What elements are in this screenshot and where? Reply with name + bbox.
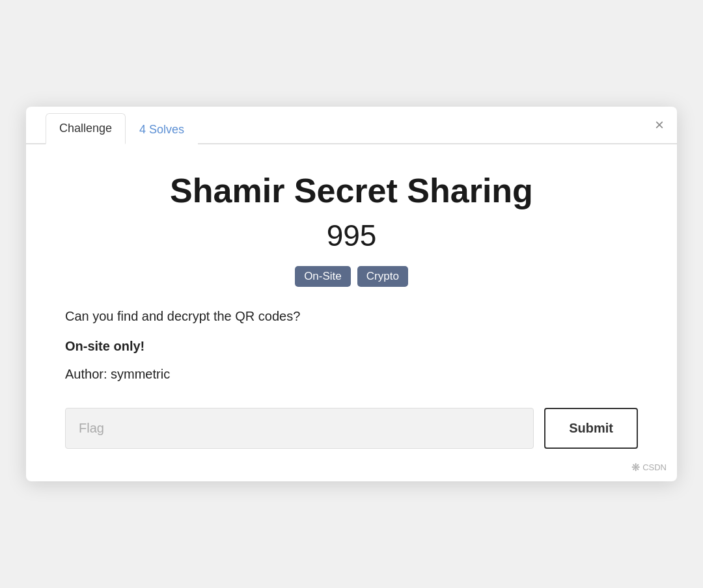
challenge-title: Shamir Secret Sharing — [65, 170, 638, 211]
watermark-text: CSDN — [642, 462, 667, 472]
tab-challenge[interactable]: Challenge — [46, 113, 126, 144]
modal-header: Challenge 4 Solves — [26, 107, 677, 144]
submit-button[interactable]: Submit — [544, 408, 638, 449]
watermark: ❋ CSDN — [631, 461, 667, 474]
close-button[interactable]: × — [655, 117, 664, 133]
challenge-description: Can you find and decrypt the QR codes? — [65, 306, 638, 326]
challenge-points: 995 — [65, 218, 638, 253]
challenge-note: On-site only! — [65, 339, 638, 354]
tab-solves[interactable]: 4 Solves — [126, 114, 198, 144]
flag-input[interactable] — [65, 408, 534, 449]
modal-body: Shamir Secret Sharing 995 On-Site Crypto… — [26, 144, 677, 481]
tag-crypto: Crypto — [357, 266, 408, 287]
challenge-author: Author: symmetric — [65, 367, 638, 382]
watermark-icon: ❋ — [631, 461, 640, 474]
modal-container: Challenge 4 Solves × Shamir Secret Shari… — [26, 107, 677, 481]
tag-onsite: On-Site — [295, 266, 351, 287]
submit-row: Submit — [65, 408, 638, 449]
tags-row: On-Site Crypto — [65, 266, 638, 287]
